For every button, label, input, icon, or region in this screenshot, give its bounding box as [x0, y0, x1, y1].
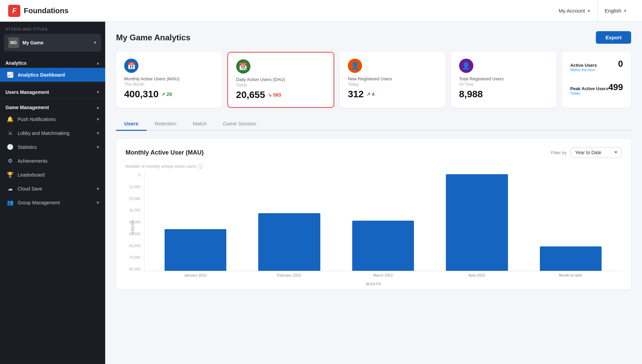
- sidebar-item-analytics-dashboard-label: Analytics Dashboard: [18, 72, 65, 78]
- y-label-40k: 40,000: [126, 220, 140, 224]
- y-axis-labels: 80,000 70,000 60,000 50,000 40,000 30,00…: [126, 173, 143, 271]
- total-users-label: Total Registered Users: [459, 76, 549, 81]
- active-users-label: Active Users: [570, 63, 597, 68]
- y-label-10k: 10,000: [126, 185, 140, 189]
- cloud-save-icon: ☁: [7, 185, 14, 192]
- users-management-label: Users Management: [5, 89, 49, 95]
- group-management-label: Group Management: [18, 200, 60, 205]
- page-header: My Game Analytics Export: [116, 31, 631, 44]
- x-axis-title: MONTH: [366, 282, 381, 286]
- y-label-0: 0: [126, 173, 140, 177]
- sidebar-item-achievements[interactable]: ⚙ Achievements: [0, 154, 105, 168]
- game-selector[interactable]: MG My Game ▼: [4, 34, 101, 52]
- metrics-row: 📅 Monthly Active Users (MAU) This Month …: [116, 52, 631, 108]
- game-chevron-icon: ▼: [93, 40, 97, 45]
- new-users-number: 312: [348, 89, 364, 100]
- game-name: My Game: [22, 40, 90, 45]
- sidebar-item-analytics-dashboard[interactable]: 📈 Analytics Dashboard: [0, 68, 105, 82]
- logo: F Foundations: [8, 5, 69, 17]
- total-users-icon: 👤: [459, 59, 473, 73]
- filter-label: Filter by: [551, 150, 567, 155]
- push-notifications-chevron-icon: ▼: [96, 117, 100, 121]
- my-account-button[interactable]: My Account ▼: [552, 0, 598, 22]
- tab-retention[interactable]: Retention: [147, 117, 185, 131]
- sidebar-item-group-management[interactable]: 👥 Group Management ▼: [0, 196, 105, 209]
- total-users-sublabel: All Time: [459, 82, 549, 87]
- bar-col-mtd: [527, 173, 615, 271]
- cloud-save-label: Cloud Save: [18, 186, 42, 191]
- export-button[interactable]: Export: [596, 31, 631, 44]
- y-label-80k: 80,000: [126, 267, 140, 271]
- sidebar-divider-1: [0, 83, 105, 83]
- peak-users-row: Peak Active Users Today 499: [570, 82, 623, 95]
- sidebar-section-game-management[interactable]: Game Management ▲: [0, 100, 105, 112]
- y-label-50k: 50,000: [126, 232, 140, 236]
- leaderboard-label: Leaderboard: [18, 172, 44, 178]
- layout: STUDIO AND TITLES MG My Game ▼ Analytics…: [0, 22, 642, 364]
- my-account-chevron-icon: ▼: [587, 9, 591, 13]
- sidebar-item-statistics[interactable]: 🕐 Statistics ▼: [0, 140, 105, 154]
- cloud-save-chevron-icon: ▼: [96, 187, 100, 191]
- bar-chart: USERS 80,000 70,000 60,000 50,000 40,000…: [126, 173, 622, 281]
- users-management-arrow-icon: ▼: [96, 90, 100, 94]
- chart-info-icon: i: [198, 164, 203, 169]
- statistics-chevron-icon: ▼: [96, 145, 100, 149]
- sidebar-section-users-management[interactable]: Users Management ▼: [0, 85, 105, 97]
- tab-game-session[interactable]: Game Session: [215, 117, 264, 131]
- y-label-60k: 60,000: [126, 244, 140, 248]
- chart-title: Monthly Active User (MAU): [126, 149, 204, 156]
- leaderboard-icon: 🏆: [7, 171, 14, 178]
- new-users-trend: ↗ 4: [366, 92, 375, 97]
- lobby-matchmaking-label: Lobby and Matchmaking: [18, 130, 70, 136]
- peak-value: 499: [608, 82, 623, 93]
- dau-trend: ↘ 583: [268, 92, 281, 98]
- active-users-value: 0: [618, 59, 623, 69]
- language-chevron-icon: ▼: [623, 9, 627, 13]
- sidebar-item-leaderboard[interactable]: 🏆 Leaderboard: [0, 168, 105, 182]
- chart-subtitle: Number of monthly unique active users i: [126, 164, 622, 169]
- x-label-mtd: Month-to-date: [526, 272, 615, 281]
- sidebar-divider-2: [0, 98, 105, 99]
- group-management-icon: 👥: [7, 199, 14, 206]
- lobby-matchmaking-chevron-icon: ▼: [96, 131, 100, 135]
- new-users-value: 312 ↗ 4: [348, 89, 437, 100]
- sidebar-section-analytics[interactable]: Analytics ▲: [0, 56, 105, 68]
- push-notifications-icon: 🔔: [7, 116, 14, 122]
- bar-mar: [352, 221, 414, 271]
- sidebar-item-cloud-save[interactable]: ☁ Cloud Save ▼: [0, 182, 105, 196]
- dau-number: 20,655: [236, 89, 265, 100]
- analytics-dashboard-icon: 📈: [7, 72, 14, 78]
- my-account-label: My Account: [559, 8, 585, 14]
- dau-sublabel: Today: [236, 83, 326, 87]
- language-button[interactable]: English ▼: [598, 0, 634, 22]
- sidebar-item-push-notifications[interactable]: 🔔 Push Notifications ▼: [0, 112, 105, 126]
- chart-area: [144, 173, 622, 271]
- active-users-sublabel: Within the hour: [570, 68, 597, 72]
- statistics-icon: 🕐: [7, 144, 14, 150]
- topnav: F Foundations My Account ▼ English ▼: [0, 0, 642, 22]
- mau-value: 400,310 ↗ 20: [124, 89, 214, 100]
- sidebar-item-lobby-matchmaking[interactable]: ⚔ Lobby and Matchmaking ▼: [0, 126, 105, 140]
- logo-text: Foundations: [24, 6, 69, 15]
- tab-match[interactable]: Match: [185, 117, 215, 131]
- game-management-arrow-icon: ▲: [96, 105, 100, 109]
- metric-card-total-users: 👤 Total Registered Users All Time 8,988: [451, 52, 557, 108]
- topnav-right: My Account ▼ English ▼: [552, 0, 634, 22]
- bar-col-mar: [339, 173, 427, 271]
- peak-label: Peak Active Users: [570, 86, 608, 91]
- dau-value: 20,655 ↘ 583: [236, 89, 326, 100]
- metric-card-dau: 📆 Daily Active Users (DAU) Today 20,655 …: [227, 52, 335, 108]
- statistics-label: Statistics: [18, 144, 37, 150]
- studio-label: STUDIO AND TITLES: [0, 22, 105, 34]
- peak-sublabel: Today: [570, 91, 608, 95]
- tab-users[interactable]: Users: [116, 117, 147, 131]
- mau-label: Monthly Active Users (MAU): [124, 76, 214, 81]
- bar-col-jan: [151, 173, 240, 271]
- total-users-value: 8,988: [459, 89, 549, 100]
- dau-icon: 📆: [236, 59, 250, 74]
- filter-select[interactable]: Year to Date Last 6 Months Last 3 Months…: [571, 147, 622, 158]
- new-users-sublabel: Today: [348, 82, 437, 87]
- achievements-label: Achievements: [18, 158, 48, 164]
- chart-section: Monthly Active User (MAU) Filter by Year…: [116, 139, 631, 289]
- mau-icon: 📅: [124, 59, 138, 73]
